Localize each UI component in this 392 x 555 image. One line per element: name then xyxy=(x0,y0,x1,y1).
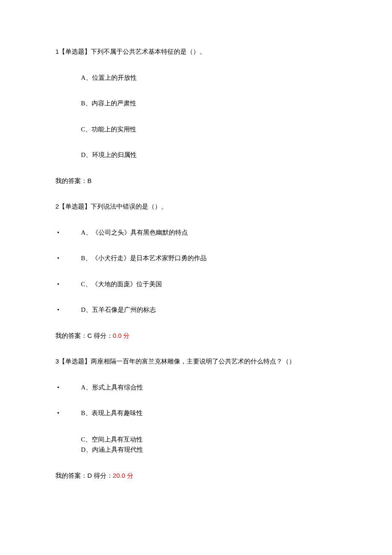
question-2-option-a: •A、《公司之头》具有黑色幽默的特点 xyxy=(55,228,337,238)
option-text: C、《大地的面庞》位于美国 xyxy=(81,281,162,288)
question-3-prompt: 3【单选题】两座相隔一百年的富兰克林雕像，主要说明了公共艺术的什么特点？（） xyxy=(55,357,337,366)
option-text: C、功能上的实用性 xyxy=(81,126,136,133)
bullet-icon: • xyxy=(55,408,81,418)
answer-label: 我的答案： xyxy=(55,332,87,339)
score-label: 得分： xyxy=(92,332,113,339)
document-page: 1【单选题】下列不属于公共艺术基本特征的是（）。 A、位置上的开放性 B、内容上… xyxy=(0,0,392,522)
bullet-icon: • xyxy=(55,383,81,392)
question-3-option-a: •A、形式上具有综合性 xyxy=(55,383,337,392)
question-2-answer: 我的答案：C 得分：0.0 分 xyxy=(55,331,337,341)
question-1-option-c: C、功能上的实用性 xyxy=(81,125,337,134)
question-2-option-c: •C、《大地的面庞》位于美国 xyxy=(55,279,337,289)
answer-label: 我的答案： xyxy=(55,177,87,184)
question-3-option-d: D、内涵上具有现代性 xyxy=(81,445,337,455)
question-3-answer: 我的答案：D 得分：20.0 分 xyxy=(55,471,337,481)
bullet-icon: • xyxy=(55,305,81,315)
score-value: 20.0 分 xyxy=(113,472,133,479)
question-text: 【单选题】下列不属于公共艺术基本特征的是（）。 xyxy=(59,48,206,55)
answer-label: 我的答案： xyxy=(55,472,87,479)
option-text: B、《小犬行走》是日本艺术家野口勇的作品 xyxy=(81,255,207,262)
question-2-option-d: •D、五羊石像是广州的标志 xyxy=(55,305,337,315)
question-1-prompt: 1【单选题】下列不属于公共艺术基本特征的是（）。 xyxy=(55,47,337,57)
score-label: 得分： xyxy=(92,472,113,479)
option-text: A、形式上具有综合性 xyxy=(81,384,143,391)
option-text: A、位置上的开放性 xyxy=(81,74,137,81)
option-text: A、《公司之头》具有黑色幽默的特点 xyxy=(81,229,188,236)
bullet-icon: • xyxy=(55,279,81,289)
answer-value: D xyxy=(87,472,92,479)
option-text: D、环境上的归属性 xyxy=(81,151,137,158)
question-text: 【单选题】两座相隔一百年的富兰克林雕像，主要说明了公共艺术的什么特点？（） xyxy=(59,358,295,365)
question-3-option-b: •B、表现上具有趣味性 xyxy=(55,408,337,418)
question-3-option-c: C、空间上具有互动性 xyxy=(81,434,337,445)
answer-value: C xyxy=(87,332,92,339)
option-text: B、内容上的严肃性 xyxy=(81,100,136,107)
question-3-options-cd: C、空间上具有互动性 D、内涵上具有现代性 xyxy=(81,434,337,455)
bullet-icon: • xyxy=(55,253,81,263)
question-2-prompt: 2【单选题】下列说法中错误的是（）。 xyxy=(55,202,337,212)
question-1-option-d: D、环境上的归属性 xyxy=(81,150,337,160)
question-2-option-b: •B、《小犬行走》是日本艺术家野口勇的作品 xyxy=(55,253,337,263)
score-value: 0.0 分 xyxy=(113,332,130,339)
bullet-icon: • xyxy=(55,228,81,238)
question-1-answer: 我的答案：B xyxy=(55,176,337,186)
question-1-option-b: B、内容上的严肃性 xyxy=(81,99,337,108)
option-text: B、表现上具有趣味性 xyxy=(81,410,143,416)
question-text: 【单选题】下列说法中错误的是（）。 xyxy=(59,203,167,210)
option-text: D、五羊石像是广州的标志 xyxy=(81,306,156,313)
question-1-option-a: A、位置上的开放性 xyxy=(81,73,337,83)
answer-value: B xyxy=(87,177,92,184)
